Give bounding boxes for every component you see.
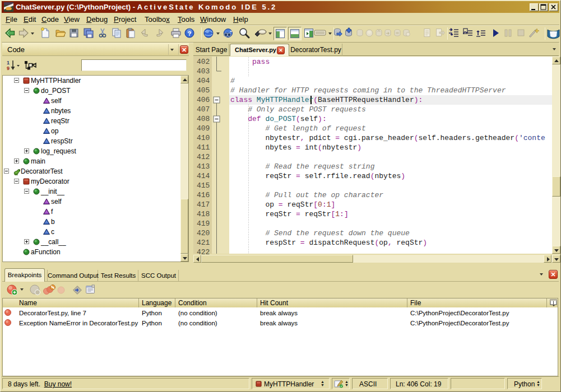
svg-text:": " bbox=[230, 30, 232, 35]
svg-text:9: 9 bbox=[7, 66, 10, 71]
svg-text:?: ? bbox=[188, 30, 192, 37]
svg-text:1: 1 bbox=[7, 60, 10, 66]
